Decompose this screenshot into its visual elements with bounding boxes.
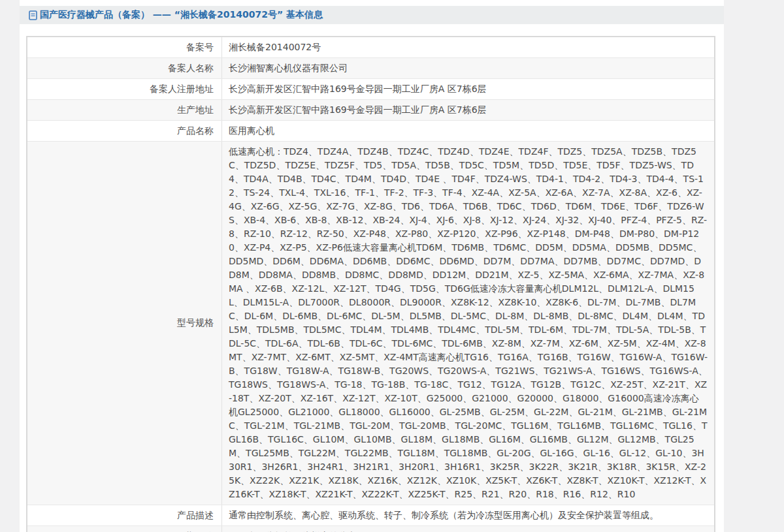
row-label: 预期用途 <box>27 526 221 532</box>
table-row-product-description: 产品描述 通常由控制系统、离心腔、驱动系统、转子、制冷系统（若为冷冻型医用离心机… <box>27 505 714 525</box>
row-value: 长沙高新开发区汇智中路169号金导园一期工业厂房A 区7栋6层 <box>221 79 714 99</box>
row-value-text: 长沙湘智离心机仪器有限公司 <box>229 61 348 75</box>
row-value: 医用离心机 <box>221 121 714 141</box>
row-label: 型号规格 <box>27 142 221 505</box>
row-value: 长沙高新开发区汇智中路169号金导园一期工业厂房A 区7栋6层 <box>221 100 714 120</box>
row-label: 产品描述 <box>27 505 221 525</box>
table-row-product-name: 产品名称 医用离心机 <box>27 120 714 141</box>
row-value-text: 用于病理分析前人体样本的分离 <box>229 529 357 532</box>
table-row-production-address: 生产地址 长沙高新开发区汇智中路169号金导园一期工业厂房A 区7栋6层 <box>27 99 714 120</box>
row-value: 长沙湘智离心机仪器有限公司 <box>221 58 714 78</box>
content-panel: 国产医疗器械产品（备案） —— “湘长械备20140072号” 基本信息 备案号… <box>20 0 724 532</box>
row-value: 湘长械备20140072号 <box>221 37 714 57</box>
row-value-text: 湘长械备20140072号 <box>229 40 321 54</box>
row-value: 用于病理分析前人体样本的分离 <box>221 526 714 532</box>
document-icon <box>29 10 37 20</box>
row-label: 备案人注册地址 <box>27 79 221 99</box>
registration-info-table: 备案号 湘长械备20140072号 备案人名称 长沙湘智离心机仪器有限公司 备案… <box>26 36 715 532</box>
table-row-registrant-name: 备案人名称 长沙湘智离心机仪器有限公司 <box>27 57 714 78</box>
table-row-model-specs: 型号规格 低速离心机：TDZ4、TDZ4A、TDZ4B、TDZ4C、TDZ4D、… <box>27 141 714 505</box>
row-value-text: 长沙高新开发区汇智中路169号金导园一期工业厂房A 区7栋6层 <box>229 103 487 117</box>
table-row-intended-use: 预期用途 用于病理分析前人体样本的分离 <box>27 525 714 532</box>
row-label: 产品名称 <box>27 121 221 141</box>
row-value-text: 医用离心机 <box>229 124 274 138</box>
row-value-text: 通常由控制系统、离心腔、驱动系统、转子、制冷系统（若为冷冻型医用离心机）及安全保… <box>229 509 659 522</box>
row-label: 生产地址 <box>27 100 221 120</box>
table-row-record-number: 备案号 湘长械备20140072号 <box>27 37 714 57</box>
page-header: 国产医疗器械产品（备案） —— “湘长械备20140072号” 基本信息 <box>20 6 724 24</box>
row-label: 备案号 <box>27 37 221 57</box>
table-row-registered-address: 备案人注册地址 长沙高新开发区汇智中路169号金导园一期工业厂房A 区7栋6层 <box>27 78 714 99</box>
page-title: 国产医疗器械产品（备案） —— “湘长械备20140072号” 基本信息 <box>40 9 323 21</box>
row-label: 备案人名称 <box>27 58 221 78</box>
row-value-text: 低速离心机：TDZ4、TDZ4A、TDZ4B、TDZ4C、TDZ4D、TDZ4E… <box>229 145 708 501</box>
row-value-text: 长沙高新开发区汇智中路169号金导园一期工业厂房A 区7栋6层 <box>229 82 487 96</box>
row-value: 通常由控制系统、离心腔、驱动系统、转子、制冷系统（若为冷冻型医用离心机）及安全保… <box>221 505 714 525</box>
row-value: 低速离心机：TDZ4、TDZ4A、TDZ4B、TDZ4C、TDZ4D、TDZ4E… <box>221 142 714 505</box>
